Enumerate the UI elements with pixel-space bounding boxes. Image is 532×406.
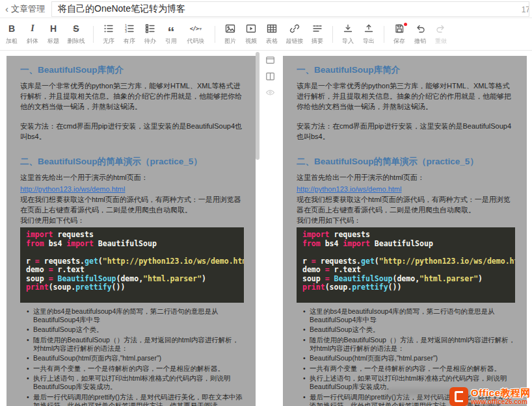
demo-intro-text: 这里首先给出一个用于演示的html页面： <box>20 172 245 183</box>
code-line: import requests <box>302 231 510 240</box>
list-item: 随后使用的BeautifulSoup（）方法，是对返回的html内容进行解析，对… <box>27 336 245 353</box>
code-line: print(soup.prettify()) <box>26 283 239 292</box>
code-icon: </> <box>190 26 198 32</box>
editor-scrollbar[interactable] <box>256 52 259 160</box>
demo-page-link[interactable]: http://python123.io/ws/demo.html <box>297 185 401 193</box>
save-button[interactable]: 保存 <box>389 20 410 49</box>
code-line <box>26 248 239 257</box>
section-heading-2: 二、BeautifulSoup的简单演示（practice_5） <box>20 156 245 168</box>
svg-text:3: 3 <box>125 29 127 33</box>
explanation-list: 这里的bs4是beautifulsoup4库的简写，第二行语句的意思是从Beau… <box>27 307 245 406</box>
quote-button[interactable]: “ 引用 <box>161 20 181 49</box>
todo-list-button[interactable]: 待办 <box>140 20 161 49</box>
editor-main-area: 一、BeautifulSoup库简介 该库是一个非常优秀的python第三方库，… <box>0 51 532 406</box>
unordered-list-icon <box>103 23 114 34</box>
redo-icon <box>436 23 446 34</box>
source-methods-paragraph: 现在我们想要获取这个html页面的源代码，有两种方式：一是用浏览器在页面上右键查… <box>297 194 516 215</box>
editor-pane: 一、BeautifulSoup库简介 该库是一个非常优秀的python第三方库，… <box>0 51 260 406</box>
bold-icon: B <box>8 24 15 33</box>
install-paragraph: 安装方法：在cmd界面用pip进行安装，这里安装的是BeautifulSoup4… <box>20 121 245 142</box>
demo-intro-text: 这里首先给出一个用于演示的html页面： <box>297 172 516 183</box>
summary-button[interactable]: 摘要 <box>307 20 328 49</box>
view-switcher <box>260 51 280 406</box>
code-line: r = requests.get("http://python123.io/ws… <box>302 257 510 266</box>
export-button[interactable]: 导出 <box>358 20 379 49</box>
list-item: BeautifulSoup(html页面内容,"html.parser") <box>27 354 245 362</box>
list-item: 这里的bs4是beautifulsoup4库的简写，第二行语句的意思是从Beau… <box>27 307 245 324</box>
blurred-watermark-remnant <box>385 388 455 396</box>
document-content: 一、BeautifulSoup库简介 该库是一个非常优秀的python第三方库，… <box>283 56 527 406</box>
editor-doc-host[interactable]: 一、BeautifulSoup库简介 该库是一个非常优秀的python第三方库，… <box>7 56 256 406</box>
split-view-button[interactable] <box>264 71 276 81</box>
italic-button[interactable]: I 斜体 <box>22 20 43 49</box>
preview-eye-icon <box>265 88 275 97</box>
toolbar-separator <box>93 26 94 43</box>
intro-paragraph: 该库是一个非常优秀的python第三方库，能够对HTML、XML等格式进行解析，… <box>20 81 245 112</box>
code-line: demo = r.text <box>302 266 510 275</box>
preview-pane: 一、BeautifulSoup库简介 该库是一个非常优秀的python第三方库，… <box>280 51 532 406</box>
code-line: from bs4 import BeautifulSoup <box>26 240 239 249</box>
hyperlink-button[interactable]: 超链接 <box>282 20 307 49</box>
preview-doc-host[interactable]: 一、BeautifulSoup库简介 该库是一个非常优秀的python第三方库，… <box>283 56 527 406</box>
list-item: 一共有两个变量，一个是待解析的内容，一个是相应的解析器。 <box>303 364 516 373</box>
bold-button[interactable]: B 加粗 <box>1 20 22 49</box>
install-paragraph: 安装方法：在cmd界面用pip进行安装，这里安装的是BeautifulSoup4… <box>297 121 516 142</box>
list-item: 执行上述语句，如果可以打印出html标准格式的代码内容，则说明Beautiful… <box>27 374 245 391</box>
italic-icon: I <box>31 24 34 33</box>
unsaved-changes-dot <box>404 23 407 26</box>
unordered-list-button[interactable]: 无序 <box>98 20 119 49</box>
code-block-button[interactable]: </>▾ 代码块 <box>181 20 210 49</box>
strikethrough-icon: S <box>73 24 79 33</box>
undo-icon <box>415 23 425 34</box>
table-icon <box>267 23 277 34</box>
list-item: 随后使用的BeautifulSoup（）方法，是对返回的html内容进行解析，对… <box>303 336 516 353</box>
python-code-block: import requestsfrom bs4 import Beautiful… <box>297 227 515 303</box>
toolbar-separator <box>384 26 384 43</box>
back-to-article-management[interactable]: ‹ 文章管理 <box>0 3 51 15</box>
code-line: demo = r.text <box>26 266 239 275</box>
import-button[interactable]: 导入 <box>338 20 358 49</box>
section-heading-2: 二、BeautifulSoup的简单演示（practice_5） <box>297 156 516 168</box>
toolbar-separator <box>332 26 333 43</box>
preview-view-button[interactable] <box>264 87 276 97</box>
code-line: import requests <box>26 231 239 240</box>
single-pane-icon <box>265 55 275 65</box>
ordered-list-button[interactable]: 123 有序 <box>119 20 140 49</box>
article-title-input[interactable] <box>52 2 529 16</box>
format-toolbar: B 加粗 I 斜体 H 标题 S 删除线 无序 123 有序 待办 “ 引用 <… <box>0 18 532 51</box>
heading-icon: H <box>50 24 57 33</box>
demo-page-link[interactable]: http://python123.io/ws/demo.html <box>20 185 125 193</box>
video-icon <box>246 23 256 34</box>
code-line: soup = BeautifulSoup(demo,"html.parser") <box>302 275 510 284</box>
code-line: soup = BeautifulSoup(demo,"html.parser") <box>26 275 239 284</box>
image-button[interactable]: 图片 <box>220 20 241 49</box>
code-intro-text: 我们使用如下代码： <box>20 215 245 225</box>
video-button[interactable]: 视频 <box>241 20 261 49</box>
redo-button[interactable]: 重做 <box>431 20 451 49</box>
document-content: 一、BeautifulSoup库简介 该库是一个非常优秀的python第三方库，… <box>7 56 256 406</box>
code-intro-text: 我们使用如下代码： <box>297 215 516 225</box>
todo-list-icon <box>145 23 155 34</box>
heading-button[interactable]: H 标题 <box>43 20 64 49</box>
title-char-count: 17 <box>522 5 529 14</box>
save-icon <box>394 23 405 34</box>
python-code-block: import requestsfrom bs4 import Beautiful… <box>20 227 244 303</box>
office26-logo-icon <box>449 387 468 406</box>
strikethrough-button[interactable]: S 删除线 <box>64 20 88 49</box>
import-icon <box>343 23 353 34</box>
intro-paragraph: 该库是一个非常优秀的python第三方库，能够对HTML、XML等格式进行解析，… <box>297 81 516 112</box>
watermark-title: Office教程网 <box>471 388 531 398</box>
title-bar: ‹ 文章管理 17 <box>0 0 532 18</box>
list-item: BeautifulSoup这个类。 <box>303 325 516 334</box>
export-icon <box>364 23 374 34</box>
code-line: print(soup.prettify()) <box>302 283 510 292</box>
toolbar-separator <box>215 26 215 43</box>
table-button[interactable]: 表格 <box>261 20 282 49</box>
list-item: 最后一行代码调用的prettify()方法，是对代码进行美化，即在文本中添加换行… <box>27 393 245 406</box>
list-item: 一共有两个变量，一个是待解析的内容，一个是相应的解析器。 <box>27 364 245 373</box>
ordered-list-icon: 123 <box>124 23 135 34</box>
edit-view-button[interactable] <box>264 55 276 65</box>
link-icon <box>289 23 300 34</box>
undo-button[interactable]: 撤销 <box>410 20 431 49</box>
back-label: 文章管理 <box>11 3 45 15</box>
